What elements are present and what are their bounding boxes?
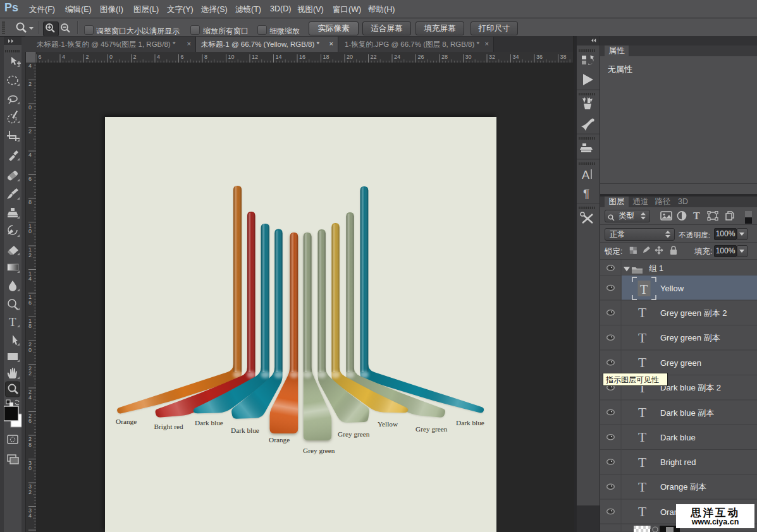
- svg-text:6: 6: [39, 54, 42, 60]
- svg-text:36: 36: [536, 54, 543, 60]
- svg-text:26: 26: [418, 54, 424, 60]
- svg-text:Yellow: Yellow: [378, 420, 398, 428]
- svg-text:T: T: [693, 211, 700, 221]
- svg-text:2: 2: [86, 54, 89, 60]
- svg-text:38: 38: [560, 54, 567, 60]
- svg-text:T: T: [638, 330, 646, 346]
- svg-text:T: T: [638, 430, 646, 445]
- svg-text:Dark blue: Dark blue: [456, 419, 484, 426]
- svg-text:4: 4: [28, 152, 32, 158]
- svg-text:8: 8: [28, 199, 32, 205]
- svg-text:2: 2: [28, 252, 32, 258]
- svg-text:Dark blue 副本: Dark blue 副本: [660, 408, 714, 418]
- svg-text:Bright red: Bright red: [660, 457, 696, 467]
- svg-text:Dark blue: Dark blue: [660, 433, 696, 442]
- svg-text:30: 30: [465, 54, 472, 60]
- svg-text:T: T: [638, 305, 646, 320]
- svg-text:Yellow: Yellow: [660, 284, 684, 293]
- svg-text:8: 8: [204, 54, 207, 60]
- svg-text:6: 6: [28, 176, 32, 182]
- svg-text:6: 6: [28, 299, 32, 306]
- svg-text:Grey green: Grey green: [660, 358, 701, 368]
- svg-text:6: 6: [181, 54, 184, 60]
- svg-text:22: 22: [371, 54, 377, 60]
- svg-text:18: 18: [323, 54, 329, 60]
- svg-text:T: T: [9, 315, 16, 329]
- svg-text:T: T: [638, 480, 646, 495]
- svg-text:Grey green: Grey green: [303, 447, 335, 454]
- svg-text:28: 28: [441, 54, 448, 60]
- svg-text:4: 4: [28, 512, 32, 519]
- svg-text:T: T: [638, 405, 646, 420]
- svg-text:Dark blue: Dark blue: [195, 419, 223, 426]
- svg-text:Bright red: Bright red: [154, 423, 183, 430]
- svg-text:24: 24: [394, 54, 400, 60]
- svg-text:4: 4: [28, 394, 32, 401]
- svg-text:0: 0: [28, 465, 32, 471]
- svg-text:Orange: Orange: [116, 418, 137, 425]
- svg-text:34: 34: [513, 54, 519, 60]
- svg-text:0: 0: [28, 104, 32, 111]
- svg-text:4: 4: [62, 54, 65, 60]
- svg-text:Orange: Orange: [269, 436, 290, 444]
- svg-text:组 1: 组 1: [649, 264, 663, 273]
- svg-text:16: 16: [299, 54, 305, 60]
- svg-text:4: 4: [28, 63, 32, 69]
- svg-text:Dark blue 副本 2: Dark blue 副本 2: [660, 383, 721, 392]
- svg-text:Dark blue: Dark blue: [231, 426, 259, 434]
- svg-text:10: 10: [228, 54, 235, 60]
- svg-text:8: 8: [28, 442, 32, 448]
- svg-text:A: A: [582, 169, 589, 181]
- svg-text:¶: ¶: [583, 187, 589, 200]
- svg-text:Grey green 副本: Grey green 副本: [660, 333, 720, 342]
- svg-text:2: 2: [28, 370, 32, 377]
- svg-text:Orange 副本: Orange 副本: [660, 482, 706, 492]
- svg-text:20: 20: [347, 54, 353, 60]
- svg-text:0: 0: [28, 347, 32, 353]
- svg-text:Grey green: Grey green: [415, 425, 448, 433]
- svg-text:Grey green 副本 2: Grey green 副本 2: [660, 308, 727, 318]
- svg-text:2: 2: [133, 54, 137, 60]
- svg-text:14: 14: [276, 54, 282, 60]
- svg-text:0: 0: [28, 228, 32, 234]
- svg-text:12: 12: [252, 54, 258, 60]
- svg-text:2: 2: [28, 489, 32, 495]
- svg-text:4: 4: [157, 54, 160, 60]
- svg-text:2: 2: [28, 128, 32, 135]
- svg-text:T: T: [638, 504, 646, 519]
- svg-text:4: 4: [28, 275, 32, 282]
- svg-text:T: T: [640, 282, 648, 296]
- svg-text:Grey green: Grey green: [338, 430, 370, 438]
- svg-text:T: T: [638, 455, 646, 470]
- svg-text:8: 8: [28, 323, 32, 329]
- svg-text:32: 32: [489, 54, 495, 60]
- svg-text:T: T: [638, 355, 646, 370]
- svg-text:0: 0: [109, 54, 113, 60]
- svg-text:6: 6: [28, 418, 32, 424]
- svg-text:2: 2: [28, 81, 32, 87]
